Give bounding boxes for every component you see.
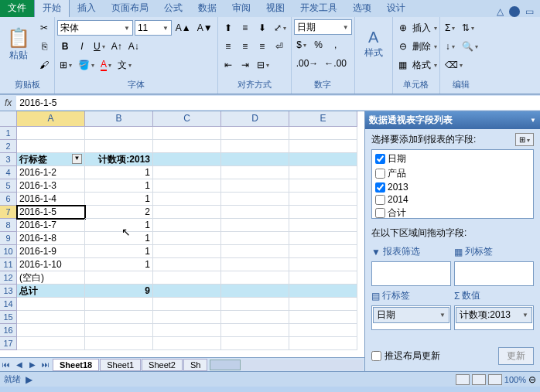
cell[interactable] bbox=[289, 193, 357, 206]
cell[interactable] bbox=[221, 140, 289, 153]
decrease-font-button[interactable]: A▼ bbox=[195, 19, 215, 36]
align-center-button[interactable]: ≡ bbox=[238, 38, 253, 55]
align-right-button[interactable]: ≡ bbox=[255, 38, 270, 55]
values-zone[interactable]: 计数项:2013▼ bbox=[454, 305, 534, 330]
autosum-button[interactable]: Σ▾ bbox=[443, 19, 458, 36]
cell[interactable] bbox=[221, 337, 289, 350]
fill-color-button[interactable]: 🪣▾ bbox=[76, 56, 97, 73]
cell[interactable]: 2016-1-8 bbox=[17, 232, 85, 245]
tab-home[interactable]: 开始 bbox=[34, 0, 70, 17]
cell[interactable] bbox=[153, 285, 221, 298]
update-button[interactable]: 更新 bbox=[498, 347, 534, 365]
row-header[interactable]: 15 bbox=[0, 311, 17, 324]
row-header[interactable]: 7 bbox=[0, 206, 17, 219]
cell[interactable] bbox=[153, 206, 221, 219]
horizontal-scrollbar[interactable] bbox=[210, 360, 363, 370]
cell[interactable]: (空白) bbox=[17, 271, 85, 285]
font-size-select[interactable]: ▼ bbox=[135, 20, 172, 36]
sheet-tab[interactable]: Sheet2 bbox=[142, 359, 183, 371]
row-header[interactable]: 11 bbox=[0, 258, 17, 271]
cell[interactable]: 1 bbox=[85, 258, 153, 271]
cell[interactable] bbox=[153, 127, 221, 140]
field-checkbox[interactable] bbox=[375, 169, 385, 179]
copy-button[interactable]: ⎘ bbox=[36, 38, 52, 55]
decrease-indent-button[interactable]: ⇤ bbox=[220, 56, 236, 73]
cell[interactable] bbox=[153, 232, 221, 245]
cell[interactable] bbox=[221, 271, 289, 285]
insert-cells-button[interactable]: ⊕ bbox=[395, 19, 411, 36]
row-zone-item[interactable]: 日期▼ bbox=[373, 307, 449, 323]
styles-button[interactable]: A 样式 bbox=[357, 19, 390, 69]
paste-button[interactable]: 📋 粘贴 bbox=[2, 19, 35, 69]
cell[interactable] bbox=[85, 337, 153, 350]
field-item[interactable]: 2014 bbox=[374, 193, 531, 206]
cell[interactable]: 计数项:2013 bbox=[85, 153, 153, 166]
row-header[interactable]: 5 bbox=[0, 179, 17, 193]
cell[interactable] bbox=[221, 166, 289, 179]
cell[interactable] bbox=[289, 166, 357, 179]
font-color-button[interactable]: A▾ bbox=[98, 56, 114, 73]
help-icon[interactable]: ? bbox=[509, 6, 520, 17]
cell[interactable]: 行标签▼ bbox=[17, 153, 85, 166]
cell[interactable] bbox=[289, 153, 357, 166]
border-button[interactable]: ⊞▾ bbox=[57, 56, 74, 73]
window-options-icon[interactable]: ▭ bbox=[522, 6, 537, 17]
filter-dropdown-button[interactable]: ▼ bbox=[72, 154, 82, 164]
row-header[interactable]: 14 bbox=[0, 298, 17, 311]
cell[interactable] bbox=[289, 258, 357, 271]
field-item[interactable]: 合计 bbox=[374, 206, 531, 220]
cell[interactable] bbox=[153, 166, 221, 179]
cell[interactable] bbox=[17, 127, 85, 140]
merge-button[interactable]: ⊟▾ bbox=[255, 56, 272, 73]
cell[interactable] bbox=[153, 193, 221, 206]
cell[interactable] bbox=[153, 179, 221, 193]
select-all-corner[interactable] bbox=[0, 111, 17, 127]
cell[interactable] bbox=[289, 311, 357, 324]
format-cells-button[interactable]: ▦ bbox=[395, 56, 411, 73]
increase-font-button[interactable]: A▲ bbox=[173, 19, 193, 36]
currency-button[interactable]: $▾ bbox=[294, 36, 309, 53]
cell[interactable] bbox=[289, 337, 357, 350]
formula-input[interactable]: 2016-1-5 bbox=[16, 96, 540, 110]
cell[interactable] bbox=[17, 337, 85, 350]
tab-developer[interactable]: 开发工具 bbox=[292, 0, 345, 17]
fx-icon[interactable]: fx bbox=[0, 97, 16, 108]
cell[interactable] bbox=[221, 311, 289, 324]
filter-zone[interactable] bbox=[371, 261, 451, 286]
delete-cells-button[interactable]: ⊖ bbox=[395, 38, 411, 55]
increase-indent-button[interactable]: ⇥ bbox=[238, 56, 253, 73]
tab-formulas[interactable]: 公式 bbox=[156, 0, 190, 17]
increase-font-alt-button[interactable]: A↑ bbox=[109, 38, 125, 55]
bold-button[interactable]: B bbox=[57, 38, 73, 55]
macro-record-icon[interactable]: ▶ bbox=[26, 374, 32, 385]
tab-review[interactable]: 审阅 bbox=[224, 0, 258, 17]
cell[interactable] bbox=[221, 324, 289, 337]
cell[interactable] bbox=[85, 271, 153, 285]
cell[interactable]: 1 bbox=[85, 179, 153, 193]
first-sheet-button[interactable]: ⏮ bbox=[0, 360, 12, 369]
cell[interactable] bbox=[289, 127, 357, 140]
cell[interactable] bbox=[221, 153, 289, 166]
sheet-tab[interactable]: Sh bbox=[183, 359, 207, 371]
cell[interactable] bbox=[221, 232, 289, 245]
zoom-level[interactable]: 100% bbox=[504, 375, 526, 384]
cell[interactable] bbox=[153, 298, 221, 311]
cell[interactable] bbox=[289, 285, 357, 298]
tab-page-layout[interactable]: 页面布局 bbox=[104, 0, 156, 17]
field-checkbox[interactable] bbox=[375, 195, 385, 205]
row-header[interactable]: 10 bbox=[0, 245, 17, 258]
number-format-select[interactable]: 日期▼ bbox=[294, 19, 352, 35]
percent-button[interactable]: % bbox=[311, 36, 326, 53]
field-item[interactable]: 日期 bbox=[374, 152, 531, 166]
cell[interactable] bbox=[289, 140, 357, 153]
field-checkbox[interactable] bbox=[375, 154, 385, 164]
wrap-text-button[interactable]: ⏎ bbox=[272, 38, 287, 55]
cell[interactable]: 2016-1-10 bbox=[17, 258, 85, 271]
tab-data[interactable]: 数据 bbox=[190, 0, 224, 17]
page-break-view-button[interactable] bbox=[488, 374, 502, 385]
field-item[interactable]: 产品 bbox=[374, 166, 531, 181]
find-button[interactable]: 🔍▾ bbox=[460, 38, 480, 55]
italic-button[interactable]: I bbox=[74, 38, 90, 55]
decrease-font-alt-button[interactable]: A↓ bbox=[126, 38, 142, 55]
normal-view-button[interactable] bbox=[456, 374, 470, 385]
